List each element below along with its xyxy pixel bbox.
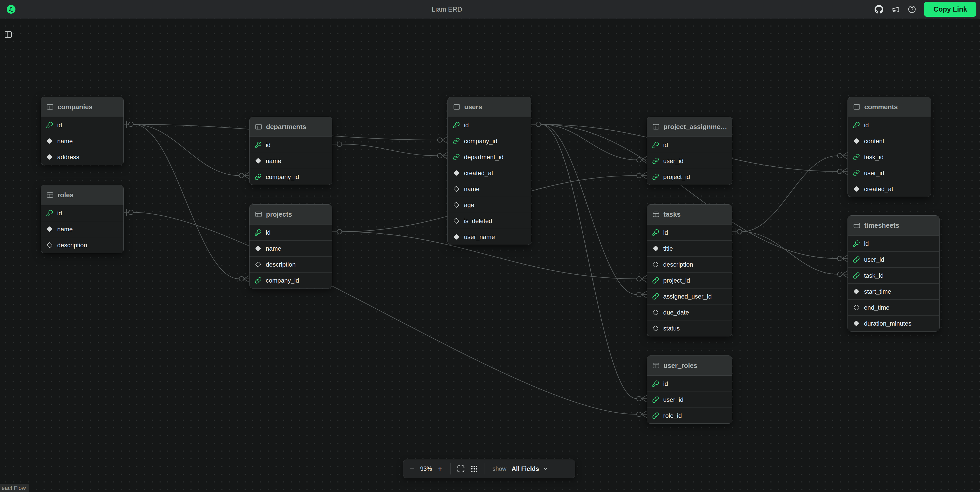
table-header-projects[interactable]: projects bbox=[250, 205, 332, 224]
table-node-tasks[interactable]: tasksidtitledescriptionproject_idassigne… bbox=[647, 204, 732, 336]
table-header-roles[interactable]: roles bbox=[41, 185, 124, 205]
table-node-users[interactable]: usersidcompany_iddepartment_idcreated_at… bbox=[447, 97, 531, 245]
table-node-user_roles[interactable]: user_rolesiduser_idrole_id bbox=[647, 356, 732, 424]
table-node-projects[interactable]: projectsidnamedescriptioncompany_id bbox=[249, 204, 332, 289]
edge-users.id-tasks.assigned_user_id[interactable] bbox=[541, 124, 647, 298]
table-header-timesheets[interactable]: timesheets bbox=[848, 216, 939, 235]
field-row-tasks-description[interactable]: description bbox=[647, 256, 732, 272]
table-header-tasks[interactable]: tasks bbox=[647, 205, 732, 224]
table-title: project_assignme… bbox=[663, 123, 727, 131]
field-row-users-department_id[interactable]: department_id bbox=[448, 149, 531, 165]
field-row-roles-description[interactable]: description bbox=[41, 237, 124, 253]
fields-filter-select[interactable]: All Fields bbox=[509, 465, 551, 473]
field-row-departments-company_id[interactable]: company_id bbox=[250, 169, 332, 185]
field-row-project_assignments-project_id[interactable]: project_id bbox=[647, 169, 732, 185]
table-node-roles[interactable]: rolesidnamedescription bbox=[41, 185, 124, 253]
key-icon bbox=[453, 122, 460, 129]
field-row-companies-address[interactable]: address bbox=[41, 149, 124, 165]
table-node-project_assignments[interactable]: project_assignme…iduser_idproject_id bbox=[647, 117, 732, 185]
field-row-projects-name[interactable]: name bbox=[250, 240, 332, 256]
field-row-roles-id[interactable]: id bbox=[41, 205, 124, 221]
react-flow-attribution[interactable]: eact Flow bbox=[0, 484, 29, 492]
table-node-comments[interactable]: commentsidcontenttask_iduser_idcreated_a… bbox=[848, 97, 931, 197]
link-icon bbox=[652, 293, 659, 300]
field-row-departments-name[interactable]: name bbox=[250, 153, 332, 169]
field-row-comments-user_id[interactable]: user_id bbox=[848, 165, 931, 181]
outline-diamond-icon bbox=[652, 309, 659, 316]
field-row-projects-company_id[interactable]: company_id bbox=[250, 272, 332, 288]
field-name: name bbox=[57, 138, 73, 145]
field-row-user_roles-user_id[interactable]: user_id bbox=[647, 392, 732, 408]
table-title: projects bbox=[266, 211, 292, 219]
table-icon bbox=[652, 362, 660, 370]
field-row-users-name[interactable]: name bbox=[448, 181, 531, 197]
field-row-timesheets-start_time[interactable]: start_time bbox=[848, 283, 939, 299]
edge-users.id-user_roles.user_id[interactable] bbox=[541, 124, 647, 402]
field-row-companies-name[interactable]: name bbox=[41, 133, 124, 149]
field-row-user_roles-role_id[interactable]: role_id bbox=[647, 408, 732, 424]
table-icon bbox=[853, 222, 861, 229]
table-header-user_roles[interactable]: user_roles bbox=[647, 356, 732, 376]
field-row-comments-id[interactable]: id bbox=[848, 117, 931, 133]
field-row-users-age[interactable]: age bbox=[448, 197, 531, 213]
top-bar-actions: Copy Link bbox=[875, 0, 977, 19]
field-row-timesheets-id[interactable]: id bbox=[848, 235, 939, 251]
edge-departments.id-users.department_id[interactable] bbox=[332, 141, 447, 159]
liam-logo[interactable]: ℒ bbox=[7, 5, 16, 14]
link-icon bbox=[453, 138, 460, 144]
table-header-companies[interactable]: companies bbox=[41, 97, 124, 117]
edge-companies.id-departments.company_id[interactable] bbox=[133, 124, 249, 179]
tidy-up-button[interactable] bbox=[468, 462, 481, 476]
table-node-companies[interactable]: companiesidnameaddress bbox=[41, 97, 124, 165]
zoom-out-button[interactable]: − bbox=[406, 462, 419, 476]
field-row-users-id[interactable]: id bbox=[448, 117, 531, 133]
field-row-project_assignments-user_id[interactable]: user_id bbox=[647, 153, 732, 169]
edge-tasks.id-comments.task_id[interactable] bbox=[732, 152, 848, 235]
zoom-in-button[interactable]: + bbox=[433, 462, 447, 476]
field-row-users-is_deleted[interactable]: is_deleted bbox=[448, 213, 531, 229]
field-row-projects-id[interactable]: id bbox=[250, 224, 332, 240]
table-node-timesheets[interactable]: timesheetsiduser_idtask_idstart_timeend_… bbox=[848, 215, 940, 332]
field-row-tasks-status[interactable]: status bbox=[647, 320, 732, 336]
field-row-timesheets-user_id[interactable]: user_id bbox=[848, 251, 939, 267]
table-node-departments[interactable]: departmentsidnamecompany_id bbox=[249, 117, 332, 185]
table-header-departments[interactable]: departments bbox=[250, 117, 332, 137]
table-header-comments[interactable]: comments bbox=[848, 97, 931, 117]
field-row-departments-id[interactable]: id bbox=[250, 137, 332, 153]
table-header-users[interactable]: users bbox=[448, 97, 531, 117]
field-row-tasks-assigned_user_id[interactable]: assigned_user_id bbox=[647, 288, 732, 304]
field-row-companies-id[interactable]: id bbox=[41, 117, 124, 133]
sidebar-toggle-button[interactable] bbox=[4, 31, 13, 39]
github-icon[interactable] bbox=[875, 5, 883, 14]
megaphone-icon[interactable] bbox=[891, 5, 900, 14]
field-row-tasks-id[interactable]: id bbox=[647, 224, 732, 240]
field-name: user_id bbox=[864, 256, 885, 263]
field-name: assigned_user_id bbox=[663, 293, 712, 300]
help-icon[interactable] bbox=[908, 5, 916, 14]
field-row-comments-content[interactable]: content bbox=[848, 133, 931, 149]
field-row-tasks-due_date[interactable]: due_date bbox=[647, 304, 732, 320]
field-row-project_assignments-id[interactable]: id bbox=[647, 137, 732, 153]
field-row-user_roles-id[interactable]: id bbox=[647, 376, 732, 392]
link-icon bbox=[652, 277, 659, 284]
table-header-project_assignments[interactable]: project_assignme… bbox=[647, 117, 732, 137]
field-row-projects-description[interactable]: description bbox=[250, 256, 332, 272]
field-row-comments-created_at[interactable]: created_at bbox=[848, 181, 931, 197]
field-row-tasks-title[interactable]: title bbox=[647, 240, 732, 256]
edge-tasks.id-timesheets.task_id[interactable] bbox=[742, 232, 848, 278]
field-row-users-company_id[interactable]: company_id bbox=[448, 133, 531, 149]
copy-link-button[interactable]: Copy Link bbox=[924, 2, 977, 17]
link-icon bbox=[853, 154, 860, 160]
key-icon bbox=[46, 122, 53, 129]
fit-view-button[interactable] bbox=[454, 462, 468, 476]
field-row-tasks-project_id[interactable]: project_id bbox=[647, 272, 732, 288]
field-row-users-user_name[interactable]: user_name bbox=[448, 229, 531, 245]
field-row-roles-name[interactable]: name bbox=[41, 221, 124, 237]
edge-roles.id-user_roles.role_id[interactable] bbox=[123, 209, 647, 418]
edge-companies.id-projects.company_id[interactable] bbox=[133, 124, 249, 283]
field-row-comments-task_id[interactable]: task_id bbox=[848, 149, 931, 165]
field-row-timesheets-duration_minutes[interactable]: duration_minutes bbox=[848, 315, 939, 331]
field-row-users-created_at[interactable]: created_at bbox=[448, 165, 531, 181]
field-row-timesheets-end_time[interactable]: end_time bbox=[848, 299, 939, 315]
field-row-timesheets-task_id[interactable]: task_id bbox=[848, 267, 939, 283]
